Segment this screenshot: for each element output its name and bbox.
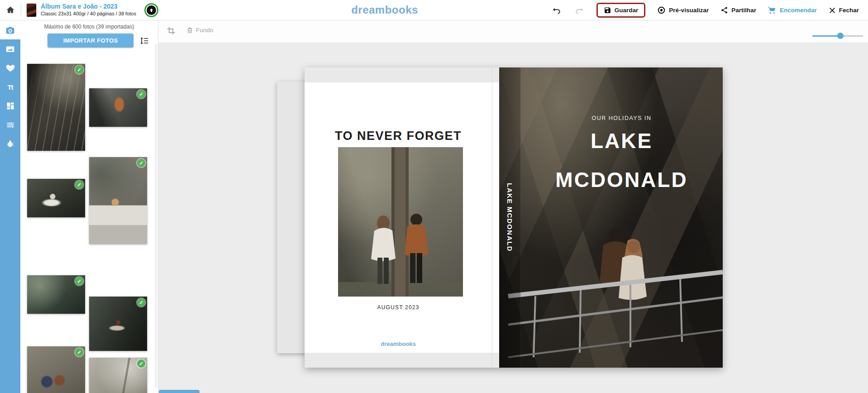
spine[interactable]: LAKE MCDONALD <box>499 67 520 368</box>
front-cover-title-line2[interactable]: MCDONALD <box>520 168 723 192</box>
trash-icon <box>186 26 193 34</box>
front-cover-photo[interactable]: LAKE MCDONALD OUR HOLIDAYS IN LAKE MCDON… <box>499 67 723 368</box>
heart-icon <box>5 63 15 73</box>
selected-check-icon: ✓ <box>75 181 83 189</box>
back-cover-photo[interactable] <box>338 147 463 297</box>
selected-check-icon: ✓ <box>75 348 83 356</box>
album-meta: Álbum Sara e João - 2023 Classic 23x31 4… <box>41 3 136 17</box>
crop-tool-button[interactable] <box>167 26 176 35</box>
sidebar-item-cliparts[interactable] <box>0 134 20 153</box>
tool-rail: Tt <box>0 20 20 393</box>
photo-thumbnail-green-cave-water[interactable]: ✓ <box>27 275 85 314</box>
undo-button[interactable] <box>551 6 562 15</box>
text-icon: Tt <box>7 83 13 91</box>
header-bar: Álbum Sara e João - 2023 Classic 23x31 4… <box>0 0 868 20</box>
album-subtitle: Classic 23x31 400gr / 40 páginas / 38 fo… <box>41 11 136 17</box>
close-label: Fechar <box>839 7 859 14</box>
photobook-editor: Álbum Sara e João - 2023 Classic 23x31 4… <box>0 0 868 393</box>
bug-icon <box>6 140 14 149</box>
save-label: Guardar <box>615 7 639 14</box>
sidebar-item-layouts[interactable] <box>0 96 20 115</box>
sort-order-icon <box>139 36 149 45</box>
image-icon <box>5 44 15 54</box>
selected-check-icon: ✓ <box>137 298 145 307</box>
front-cover-text-block[interactable]: OUR HOLIDAYS IN LAKE MCDONALD <box>520 115 723 192</box>
save-button[interactable]: Guardar <box>596 3 646 18</box>
bleed-margin-bottom <box>305 353 499 368</box>
background-tool-button[interactable]: Fundo <box>186 26 213 34</box>
home-icon <box>6 5 15 14</box>
photo-thumbnail-kayaker-on-dark-lake[interactable]: ✓ <box>89 297 147 351</box>
redo-icon <box>575 6 584 15</box>
photo-limit-text: Máximo de 600 fotos (39 importadas) <box>20 24 158 30</box>
crop-icon <box>167 26 176 35</box>
home-button[interactable] <box>0 5 21 14</box>
import-photos-button[interactable]: IMPORTAR FOTOS <box>48 34 134 48</box>
cover-spread-canvas[interactable]: TO NEVER FORGET AUGUST 2023 <box>305 67 723 368</box>
camera-icon <box>5 25 15 35</box>
front-cover-kicker[interactable]: OUR HOLIDAYS IN <box>520 115 723 121</box>
zoom-slider[interactable] <box>812 33 863 39</box>
selected-check-icon: ✓ <box>137 90 145 98</box>
selected-check-icon: ✓ <box>137 159 145 167</box>
preview-button[interactable]: Pré-visualizar <box>657 6 709 14</box>
album-cover-thumbnail <box>27 4 36 17</box>
redo-button[interactable] <box>574 6 585 15</box>
photo-thumbnail-woman-with-hat-in-boat[interactable]: ✓ <box>89 157 147 244</box>
back-cover-title[interactable]: TO NEVER FORGET <box>305 129 492 143</box>
undo-icon <box>552 6 561 15</box>
preview-label: Pré-visualizar <box>669 7 709 14</box>
photos-panel: Máximo de 600 fotos (39 importadas) IMPO… <box>20 20 158 393</box>
couple-by-tree-illustration <box>338 147 463 297</box>
dreambooks-logo: dreambooks <box>351 4 418 16</box>
back-cover[interactable]: TO NEVER FORGET AUGUST 2023 <box>305 82 492 353</box>
sidebar-item-adjustments[interactable] <box>0 115 20 134</box>
sort-photos-button[interactable] <box>138 35 151 47</box>
couple-at-railing-illustration <box>499 67 723 368</box>
fold-guide-line <box>492 67 492 368</box>
sidebar-item-photos[interactable] <box>0 20 20 39</box>
cart-icon <box>768 6 777 14</box>
header-divider <box>21 3 21 17</box>
sidebar-item-backgrounds[interactable] <box>0 39 20 58</box>
close-button[interactable]: Fechar <box>829 7 859 14</box>
zoom-slider-fill <box>812 35 840 37</box>
photo-thumbnail-couple-on-suspension-bridge[interactable]: ✓ <box>27 64 85 151</box>
sliders-icon <box>6 120 15 129</box>
photo-thumbnail-man-lying-on-rocks[interactable]: ✓ <box>89 88 147 127</box>
upload-status-badge[interactable] <box>144 3 158 17</box>
save-icon <box>604 6 611 14</box>
photo-thumbnail-rowing-boat-on-dark-water[interactable]: ✓ <box>27 179 85 217</box>
page-nav-tab-partial[interactable] <box>159 390 200 393</box>
bleed-margin-top <box>305 67 499 82</box>
header-actions: Guardar Pré-visualizar Partilhar Encomen… <box>551 0 859 20</box>
selected-check-icon: ✓ <box>75 277 83 285</box>
close-icon <box>829 7 836 14</box>
eye-icon <box>657 6 666 14</box>
photo-thumbnail-couple-sitting-on-rocks[interactable]: ✓ <box>27 346 85 393</box>
zoom-slider-thumb[interactable] <box>837 33 844 39</box>
cloud-upload-icon <box>147 5 156 15</box>
share-icon <box>720 6 728 14</box>
layouts-icon <box>6 101 15 110</box>
order-button[interactable]: Encomendar <box>768 6 817 14</box>
selected-check-icon: ✓ <box>137 359 145 368</box>
selected-check-icon: ✓ <box>75 66 83 74</box>
background-tool-label: Fundo <box>196 27 213 34</box>
spine-title[interactable]: LAKE MCDONALD <box>506 183 514 252</box>
share-button[interactable]: Partilhar <box>720 6 756 14</box>
sidebar-item-favorites[interactable] <box>0 58 20 77</box>
photo-thumbnail-light-rock-wall[interactable]: ✓ <box>89 358 147 393</box>
panel-scrollbar[interactable] <box>155 44 157 388</box>
sidebar-item-text[interactable]: Tt <box>0 77 20 96</box>
back-cover-logo: dreambooks <box>305 340 492 347</box>
order-label: Encomendar <box>780 7 817 14</box>
share-label: Partilhar <box>731 7 756 14</box>
canvas-toolbar: Fundo <box>158 20 868 43</box>
front-cover-title-line1[interactable]: LAKE <box>520 129 723 153</box>
album-title[interactable]: Álbum Sara e João - 2023 <box>41 3 136 11</box>
back-cover-date[interactable]: AUGUST 2023 <box>305 304 492 311</box>
